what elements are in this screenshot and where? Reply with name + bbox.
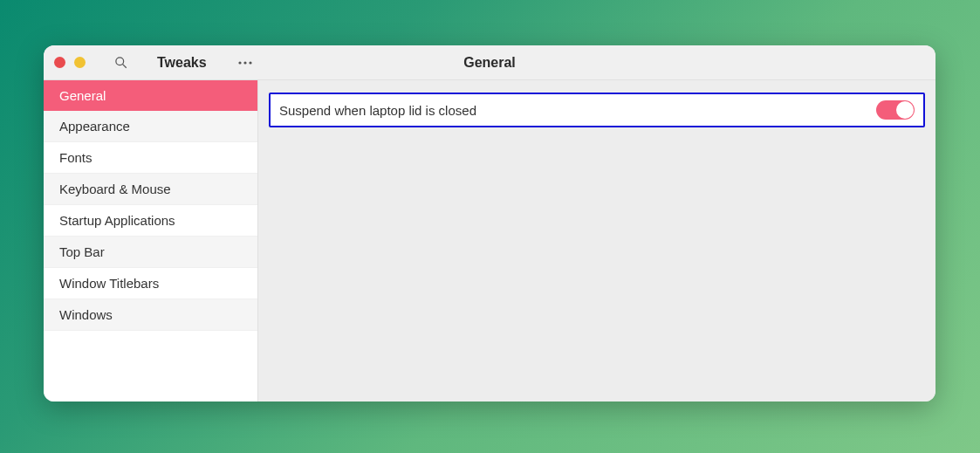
svg-point-4 <box>249 61 251 64</box>
sidebar-item-label: Fonts <box>59 150 93 165</box>
setting-suspend-lid-row: Suspend when laptop lid is closed <box>269 93 925 127</box>
sidebar: General Appearance Fonts Keyboard & Mous… <box>44 80 258 402</box>
dots-horizontal-icon <box>238 61 252 65</box>
app-title: Tweaks <box>157 55 207 71</box>
sidebar-item-label: Appearance <box>59 119 130 134</box>
svg-point-2 <box>238 61 241 64</box>
setting-suspend-lid-toggle[interactable] <box>876 100 915 120</box>
sidebar-item-label: General <box>59 88 106 103</box>
close-window-button[interactable] <box>54 57 65 68</box>
sidebar-item-windows[interactable]: Windows <box>44 299 257 331</box>
setting-suspend-lid-label: Suspend when laptop lid is closed <box>279 103 476 118</box>
sidebar-item-label: Startup Applications <box>59 213 175 228</box>
minimize-window-button[interactable] <box>74 57 86 68</box>
sidebar-item-top-bar[interactable]: Top Bar <box>44 237 257 268</box>
sidebar-item-label: Top Bar <box>59 244 105 259</box>
window-controls <box>54 57 86 68</box>
sidebar-item-general[interactable]: General <box>44 80 257 111</box>
sidebar-item-window-titlebars[interactable]: Window Titlebars <box>44 268 257 299</box>
content-panel: Suspend when laptop lid is closed <box>258 80 935 402</box>
sidebar-item-label: Keyboard & Mouse <box>59 182 171 196</box>
sidebar-item-startup-applications[interactable]: Startup Applications <box>44 205 257 237</box>
svg-point-0 <box>115 58 123 65</box>
search-button[interactable] <box>108 51 133 75</box>
search-icon <box>114 56 127 69</box>
titlebar: Tweaks General <box>44 45 935 80</box>
sidebar-item-label: Windows <box>59 307 113 322</box>
menu-button[interactable] <box>233 51 257 75</box>
svg-point-3 <box>243 61 246 64</box>
sidebar-item-label: Window Titlebars <box>59 276 159 291</box>
sidebar-item-fonts[interactable]: Fonts <box>44 142 257 174</box>
titlebar-left: Tweaks <box>44 45 258 79</box>
toggle-knob <box>896 101 914 119</box>
tweaks-window: Tweaks General General Appearance Fonts <box>44 45 935 402</box>
body-area: General Appearance Fonts Keyboard & Mous… <box>44 80 935 402</box>
sidebar-item-keyboard-mouse[interactable]: Keyboard & Mouse <box>44 174 257 205</box>
sidebar-item-appearance[interactable]: Appearance <box>44 111 257 142</box>
svg-line-1 <box>122 64 126 67</box>
